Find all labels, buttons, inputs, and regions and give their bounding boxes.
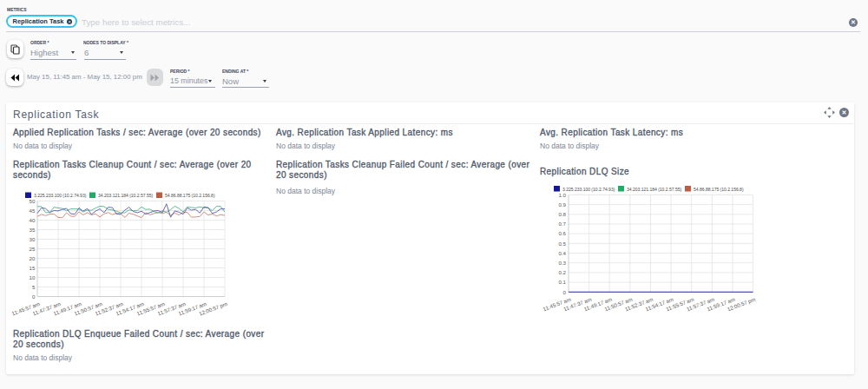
svg-text:30: 30 <box>30 236 36 242</box>
svg-text:40: 40 <box>30 217 36 223</box>
svg-text:10: 10 <box>30 274 36 280</box>
svg-text:20: 20 <box>30 255 36 261</box>
svg-text:0.7: 0.7 <box>558 221 566 227</box>
svg-text:0.2: 0.2 <box>558 269 566 275</box>
svg-text:0.6: 0.6 <box>558 230 566 236</box>
svg-text:0.1: 0.1 <box>558 279 566 285</box>
svg-text:15: 15 <box>30 265 36 271</box>
svg-text:54.86.88.175 (10.2.156.8): 54.86.88.175 (10.2.156.8) <box>165 193 215 198</box>
svg-text:35: 35 <box>30 227 36 233</box>
svg-text:34.203.121.184 (10.2.57.55): 34.203.121.184 (10.2.57.55) <box>98 193 153 198</box>
svg-text:0.3: 0.3 <box>558 260 566 266</box>
svg-text:50: 50 <box>30 198 36 204</box>
svg-text:0: 0 <box>563 289 567 295</box>
svg-text:3.225.233.100 (10.2.74.93): 3.225.233.100 (10.2.74.93) <box>34 193 87 198</box>
svg-text:5: 5 <box>32 284 36 290</box>
svg-text:0.8: 0.8 <box>558 211 566 217</box>
svg-text:0.9: 0.9 <box>558 201 566 208</box>
svg-text:0: 0 <box>32 293 36 300</box>
svg-text:1.0: 1.0 <box>558 192 566 198</box>
svg-text:34.203.121.184 (10.2.57.55): 34.203.121.184 (10.2.57.55) <box>627 187 681 192</box>
svg-text:45: 45 <box>30 208 36 214</box>
svg-text:25: 25 <box>30 246 36 252</box>
svg-text:54.86.88.175 (10.2.156.8): 54.86.88.175 (10.2.156.8) <box>694 187 744 192</box>
svg-text:3.225.233.100 (10.2.74.93): 3.225.233.100 (10.2.74.93) <box>562 187 615 192</box>
svg-text:0.5: 0.5 <box>558 241 566 247</box>
svg-text:0.4: 0.4 <box>558 250 566 256</box>
